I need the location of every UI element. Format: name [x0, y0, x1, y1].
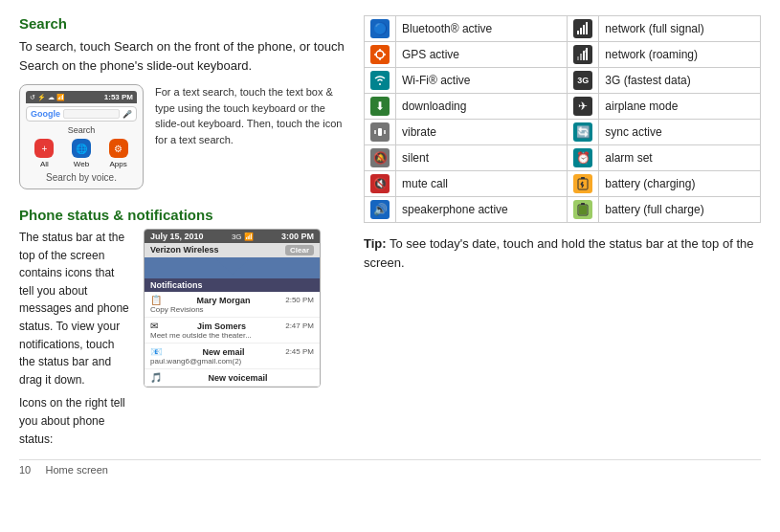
label-sync: sync active — [599, 120, 761, 145]
status-desc2: Icons on the right tell you about phone … — [19, 394, 132, 448]
notif-item-3-sub: paul.wang6@gmail.com(2) — [150, 357, 314, 366]
notif-item-4-icon: 🎵 — [150, 372, 162, 383]
vibrate-icon — [370, 122, 390, 142]
notif-item-2-title: Jim Somers — [197, 321, 246, 331]
label-mute: mute call — [396, 171, 568, 197]
search-desc: To search, touch Search on the front of … — [19, 37, 345, 75]
notif-item-1-time: 2:50 PM — [285, 296, 314, 304]
icon-airplane: ✈ — [568, 94, 599, 120]
phone-search-bar[interactable]: Google 🎤 — [26, 106, 137, 122]
web-icon: 🌐 — [72, 139, 91, 158]
svg-rect-4 — [586, 22, 588, 34]
icon-signal-roaming: R — [568, 42, 599, 68]
svg-rect-11 — [580, 54, 582, 60]
icon-downloading: ⬇ — [365, 94, 396, 120]
label-signal-full: network (full signal) — [599, 16, 761, 42]
search-body: ↺ ⚡ ☁ 📶 1:53 PM Google 🎤 Search — [19, 84, 345, 189]
mute-icon: 🔇 — [370, 174, 390, 193]
phone-icon-web[interactable]: 🌐 Web — [72, 139, 91, 168]
notif-item-3-time: 2:45 PM — [285, 347, 314, 356]
label-silent: silent — [396, 145, 568, 171]
icon-gps — [365, 42, 396, 68]
svg-point-5 — [376, 51, 384, 58]
all-label: All — [40, 160, 49, 168]
icon-mute: 🔇 — [365, 171, 396, 197]
phone-status-icons: ↺ ⚡ ☁ 📶 — [30, 94, 65, 101]
tip-prefix: Tip: — [364, 236, 387, 251]
apps-label: Apps — [110, 160, 127, 168]
silent-icon: 🔕 — [370, 148, 390, 167]
label-signal-roaming: network (roaming) — [599, 42, 761, 68]
svg-rect-10 — [577, 56, 579, 60]
icon-battery-charging — [568, 171, 599, 197]
table-row: ⬇ downloading ✈ airplane mode — [365, 94, 761, 120]
web-label: Web — [74, 160, 89, 168]
icon-battery-full — [568, 197, 599, 223]
notif-item-4-row: 🎵 New voicemail — [150, 372, 314, 383]
wifi-icon — [370, 71, 390, 90]
clear-button[interactable]: Clear — [285, 245, 314, 255]
notification-mockup: July 15, 2010 3G 📶 3:00 PM Verizon Wirel… — [144, 229, 321, 388]
svg-rect-25 — [581, 203, 585, 205]
notif-arrow-icon — [215, 259, 250, 275]
notif-item-2[interactable]: ✉ Jim Somers 2:47 PM Meet me outside the… — [145, 318, 320, 344]
phone-status-bar: ↺ ⚡ ☁ 📶 1:53 PM — [26, 91, 137, 103]
label-alarm: alarm set — [599, 145, 761, 171]
svg-rect-20 — [581, 177, 585, 179]
notif-item-4-title: New voicemail — [208, 373, 267, 383]
notif-item-3-icon: 📧 — [150, 346, 162, 357]
notif-item-1-title: Mary Morgan — [197, 296, 251, 305]
all-icon: + — [34, 139, 54, 158]
3g-icon: 3G — [573, 71, 592, 90]
notif-top-bar: July 15, 2010 3G 📶 3:00 PM — [145, 230, 320, 243]
icon-signal-full — [568, 16, 599, 42]
notif-item-1-icon: 📋 — [150, 295, 162, 305]
notif-item-1-sub: Copy Revisions — [150, 305, 314, 314]
page-footer: 10 Home screen — [19, 459, 761, 476]
svg-marker-0 — [215, 259, 250, 275]
notif-item-1-row: 📋 Mary Morgan 2:50 PM — [150, 295, 314, 305]
notif-item-2-icon: ✉ — [150, 321, 158, 331]
right-column: 🔵 Bluetooth® active network (full signal… — [364, 15, 761, 448]
notif-item-1[interactable]: 📋 Mary Morgan 2:50 PM Copy Revisions — [145, 292, 320, 318]
status-desc1: The status bar at the top of the screen … — [19, 229, 132, 388]
phone-icon-apps[interactable]: ⚙ Apps — [109, 139, 128, 168]
label-vibrate: vibrate — [396, 120, 568, 145]
sync-icon: 🔄 — [573, 122, 592, 142]
phone-icon-all[interactable]: + All — [34, 139, 54, 168]
phone-time: 1:53 PM — [104, 93, 133, 101]
page-number: 10 — [19, 464, 31, 476]
status-icon-3: ☁ — [48, 94, 55, 101]
download-icon: ⬇ — [370, 97, 390, 116]
notif-item-3[interactable]: 📧 New email 2:45 PM paul.wang6@gmail.com… — [145, 344, 320, 369]
signal-full-icon — [573, 19, 592, 38]
status-body: The status bar at the top of the screen … — [19, 229, 345, 448]
notif-item-2-time: 2:47 PM — [285, 321, 314, 330]
svg-rect-3 — [583, 25, 585, 34]
signal-roaming-icon: R — [573, 45, 592, 64]
svg-point-15 — [379, 83, 381, 85]
label-gps: GPS active — [396, 42, 568, 68]
search-section: Search To search, touch Search on the fr… — [19, 15, 345, 189]
status-icons-table: 🔵 Bluetooth® active network (full signal… — [364, 15, 761, 223]
table-row: 🔵 Bluetooth® active network (full signal… — [365, 16, 761, 42]
bluetooth-icon: 🔵 — [370, 19, 390, 38]
notif-item-3-row: 📧 New email 2:45 PM — [150, 346, 314, 357]
svg-rect-1 — [577, 31, 579, 34]
battery-full-icon — [573, 200, 592, 219]
notif-date: July 15, 2010 — [150, 232, 204, 241]
gps-icon — [370, 45, 390, 64]
notif-status-icons: 3G 📶 — [232, 233, 254, 241]
notif-item-4[interactable]: 🎵 New voicemail — [145, 369, 320, 387]
phone-search-input-visual[interactable] — [63, 109, 120, 119]
icon-speakerphone: 🔊 — [365, 197, 396, 223]
status-icon-1: ↺ — [30, 94, 35, 101]
notif-icon-2: 📶 — [244, 233, 254, 241]
phone-app-icons: + All 🌐 Web ⚙ Apps — [26, 139, 137, 168]
tip-content: To see today's date, touch and hold the … — [364, 236, 753, 270]
label-downloading: downloading — [396, 94, 568, 120]
notif-time: 3:00 PM — [281, 232, 314, 241]
icon-bluetooth: 🔵 — [365, 16, 396, 42]
battery-charging-icon — [573, 174, 592, 193]
phone-search-label: Search — [26, 125, 137, 135]
